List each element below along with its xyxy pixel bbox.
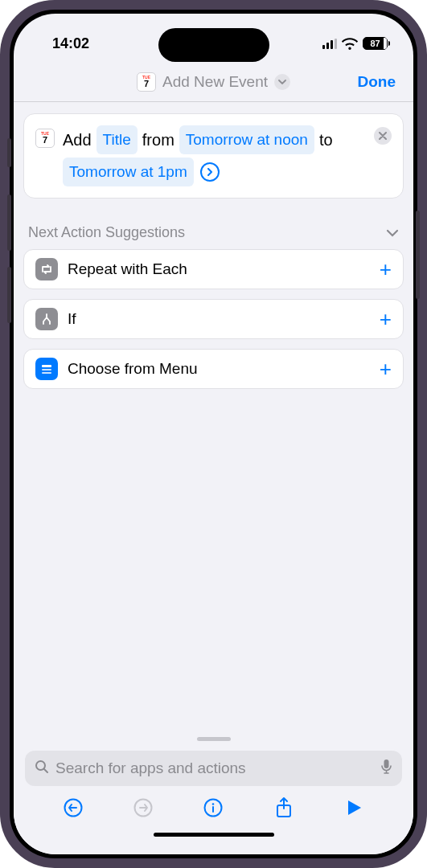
suggestion-choose-from-menu[interactable]: Choose from Menu + — [23, 349, 404, 389]
search-input[interactable] — [55, 760, 374, 777]
run-button[interactable] — [342, 796, 366, 820]
suggestion-label: Choose from Menu — [68, 360, 370, 378]
start-date-parameter[interactable]: Tomorrow at noon — [179, 125, 314, 154]
dynamic-island — [158, 28, 269, 62]
share-button[interactable] — [272, 796, 296, 820]
action-word-to: to — [319, 126, 333, 154]
suggestion-if[interactable]: If + — [23, 299, 404, 339]
bottom-toolbar — [25, 786, 402, 829]
search-field[interactable] — [25, 751, 402, 786]
battery-indicator: 87 — [363, 37, 388, 50]
microphone-icon[interactable] — [380, 759, 392, 778]
suggestion-repeat-with-each[interactable]: Repeat with Each + — [23, 249, 404, 289]
chevron-down-icon — [386, 224, 399, 241]
calendar-app-icon: TUE 7 — [35, 129, 55, 148]
end-date-parameter[interactable]: Tomorrow at 1pm — [63, 158, 194, 186]
wifi-icon — [342, 38, 358, 50]
suggestions-title: Next Action Suggestions — [28, 224, 185, 241]
search-icon — [35, 760, 49, 777]
undo-button[interactable] — [61, 796, 85, 820]
done-button[interactable]: Done — [358, 73, 396, 91]
shortcut-title-button[interactable]: TUE 7 Add New Event — [137, 72, 290, 92]
status-time: 14:02 — [36, 35, 89, 52]
menu-icon — [35, 358, 58, 380]
repeat-icon — [35, 258, 58, 280]
action-card-add-event[interactable]: TUE 7 Add Title from Tomorrow at noon to… — [23, 113, 404, 199]
nav-title: Add New Event — [162, 73, 268, 91]
svg-rect-1 — [42, 369, 51, 371]
home-indicator[interactable] — [154, 833, 274, 837]
branch-icon — [35, 308, 58, 330]
plus-icon: + — [380, 307, 392, 332]
expand-action-button[interactable] — [200, 162, 220, 182]
nav-bar: TUE 7 Add New Event Done — [14, 62, 413, 102]
cellular-signal-icon — [322, 39, 338, 49]
svg-rect-2 — [42, 372, 51, 374]
drawer-grabber[interactable] — [197, 737, 231, 741]
calendar-app-icon: TUE 7 — [137, 72, 156, 92]
svg-rect-0 — [42, 365, 51, 367]
suggestion-label: Repeat with Each — [68, 260, 370, 278]
title-parameter[interactable]: Title — [96, 125, 138, 154]
remove-action-button[interactable] — [374, 127, 392, 145]
info-button[interactable] — [201, 796, 225, 820]
svg-point-8 — [212, 803, 215, 805]
action-word-from: from — [142, 126, 174, 154]
chevron-down-icon — [274, 74, 290, 90]
plus-icon: + — [380, 257, 392, 282]
action-word-add: Add — [63, 126, 92, 154]
svg-rect-4 — [384, 760, 389, 768]
redo-button — [131, 796, 155, 820]
suggestion-label: If — [68, 310, 370, 328]
suggestions-header[interactable]: Next Action Suggestions — [23, 224, 404, 249]
plus-icon: + — [380, 357, 392, 382]
